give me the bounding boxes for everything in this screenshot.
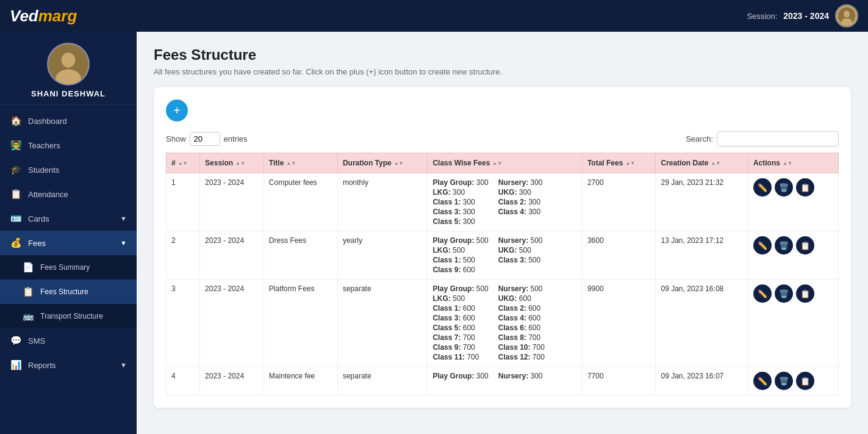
entries-input[interactable]	[190, 132, 220, 146]
add-structure-button[interactable]: +	[166, 99, 188, 121]
transport-icon: 🚌	[22, 311, 34, 322]
fee-item: Class 3: 600	[432, 314, 488, 322]
sidebar-item-sms[interactable]: 💬 SMS	[0, 328, 137, 353]
fee-item: Nursery: 500	[498, 284, 545, 293]
cell-title: Dress Fees	[264, 231, 337, 280]
teachers-icon: 👨‍🏫	[10, 140, 22, 151]
logo: Vedmarg	[10, 7, 77, 26]
col-duration: Duration Type▲▼	[337, 153, 428, 173]
cell-title: Platform Fees	[264, 280, 337, 367]
show-entries: Show entries	[166, 132, 248, 146]
sidebar-item-label: Dashboard	[28, 117, 67, 126]
cards-icon: 🪪	[10, 213, 22, 224]
table-row: 3 2023 - 2024 Platform Fees separate Pla…	[167, 280, 839, 367]
chevron-down-icon: ▼	[120, 215, 127, 222]
fee-item: Class 5: 600	[432, 324, 488, 332]
sidebar-item-label: Fees Structure	[40, 288, 88, 296]
view-button[interactable]: 📋	[796, 372, 814, 390]
edit-button[interactable]: ✏️	[753, 372, 772, 390]
cell-session: 2023 - 2024	[200, 280, 264, 367]
cell-actions: ✏️ 🗑️ 📋	[748, 173, 838, 231]
main-layout: SHANI DESHWAL 🏠 Dashboard 👨‍🏫 Teachers 🎓…	[0, 32, 868, 434]
sidebar-item-dashboard[interactable]: 🏠 Dashboard	[0, 109, 137, 133]
sidebar-item-reports[interactable]: 📊 Reports ▼	[0, 353, 137, 377]
col-total-fees: Total Fees▲▼	[582, 153, 656, 173]
cell-actions: ✏️ 🗑️ 📋	[748, 280, 838, 367]
sidebar-item-label: Fees	[28, 239, 46, 248]
cell-session: 2023 - 2024	[200, 231, 264, 280]
sidebar-item-students[interactable]: 🎓 Students	[0, 157, 137, 182]
col-num: #▲▼	[167, 153, 200, 173]
sidebar-item-fees-structure[interactable]: 📋 Fees Structure	[0, 280, 137, 304]
sidebar-item-attendance[interactable]: 📋 Attendance	[0, 182, 137, 206]
page-title: Fees Structure	[154, 46, 851, 63]
fee-item: Class 1: 600	[432, 304, 488, 313]
fee-item: Play Group: 300	[432, 372, 488, 380]
dashboard-icon: 🏠	[10, 115, 22, 126]
sidebar-nav: 🏠 Dashboard 👨‍🏫 Teachers 🎓 Students 📋 At…	[0, 105, 137, 434]
sidebar-item-label: SMS	[28, 336, 45, 345]
page-subtitle: All fees structures you have created so …	[154, 67, 851, 76]
delete-button[interactable]: 🗑️	[775, 284, 793, 303]
fee-item: Class 8: 700	[498, 333, 545, 342]
edit-button[interactable]: ✏️	[753, 178, 772, 197]
svg-point-1	[844, 11, 850, 18]
fee-item: LKG: 500	[432, 246, 488, 255]
cell-class-fees: Play Group: 300LKG: 300Class 1: 300Class…	[428, 173, 583, 231]
sidebar-avatar	[47, 43, 90, 85]
students-icon: 🎓	[10, 164, 22, 175]
view-button[interactable]: 📋	[796, 178, 814, 197]
show-label: Show	[166, 134, 186, 143]
topnav-right: Session: 2023 - 2024	[747, 4, 858, 27]
edit-button[interactable]: ✏️	[753, 236, 772, 255]
col-title: Title▲▼	[264, 153, 337, 173]
table-row: 1 2023 - 2024 Computer fees monthly Play…	[167, 173, 839, 231]
fees-icon: 💰	[10, 237, 22, 248]
avatar[interactable]	[835, 4, 858, 27]
col-class-fees: Class Wise Fees▲▼	[428, 153, 583, 173]
cell-total-fees: 9900	[582, 280, 656, 367]
fee-item: Class 7: 700	[432, 333, 488, 342]
search-input[interactable]	[717, 131, 839, 146]
sidebar-item-teachers[interactable]: 👨‍🏫 Teachers	[0, 133, 137, 157]
cell-duration: separate	[337, 367, 428, 396]
fee-item: Class 11: 700	[432, 353, 488, 361]
svg-point-4	[62, 52, 76, 68]
delete-button[interactable]: 🗑️	[775, 178, 793, 197]
fee-item: LKG: 500	[432, 294, 488, 303]
reports-icon: 📊	[10, 360, 22, 371]
view-button[interactable]: 📋	[796, 284, 814, 303]
table-row: 2 2023 - 2024 Dress Fees yearly Play Gro…	[167, 231, 839, 280]
fees-submenu: 📄 Fees Summary 📋 Fees Structure 🚌 Transp…	[0, 255, 137, 328]
fee-item: Class 9: 600	[432, 266, 488, 274]
sidebar-item-label: Attendance	[28, 190, 68, 199]
table-row: 4 2023 - 2024 Maintence fee separate Pla…	[167, 367, 839, 396]
fee-item: Play Group: 300	[432, 178, 488, 187]
attendance-icon: 📋	[10, 189, 22, 200]
fees-structure-icon: 📋	[22, 286, 34, 297]
sidebar-item-fees[interactable]: 💰 Fees ▼	[0, 231, 137, 255]
fee-item: Class 2: 300	[498, 198, 543, 206]
view-button[interactable]: 📋	[796, 236, 814, 255]
cell-creation-date: 09 Jan, 2023 16:08	[656, 280, 748, 367]
cell-num: 4	[167, 367, 200, 396]
fee-item: Class 10: 700	[498, 343, 545, 352]
fee-item: Class 9: 700	[432, 343, 488, 352]
sidebar-item-cards[interactable]: 🪪 Cards ▼	[0, 206, 137, 231]
cell-creation-date: 13 Jan, 2023 17:12	[656, 231, 748, 280]
cell-duration: yearly	[337, 231, 428, 280]
table-header-row: #▲▼ Session▲▼ Title▲▼ Duration Type▲▼ Cl…	[167, 153, 839, 173]
col-creation-date: Creation Date▲▼	[656, 153, 748, 173]
sidebar-item-transport-structure[interactable]: 🚌 Transport Structure	[0, 304, 137, 328]
logo-text: Vedmarg	[10, 7, 77, 26]
fees-summary-icon: 📄	[22, 262, 34, 273]
fee-item: Class 12: 700	[498, 353, 545, 361]
fee-item: Class 4: 600	[498, 314, 545, 322]
search-label: Search:	[686, 134, 713, 143]
delete-button[interactable]: 🗑️	[775, 236, 793, 255]
sidebar-item-fees-summary[interactable]: 📄 Fees Summary	[0, 255, 137, 280]
cell-duration: monthly	[337, 173, 428, 231]
delete-button[interactable]: 🗑️	[775, 372, 793, 390]
edit-button[interactable]: ✏️	[753, 284, 772, 303]
fee-item: Nursery: 500	[498, 236, 543, 245]
